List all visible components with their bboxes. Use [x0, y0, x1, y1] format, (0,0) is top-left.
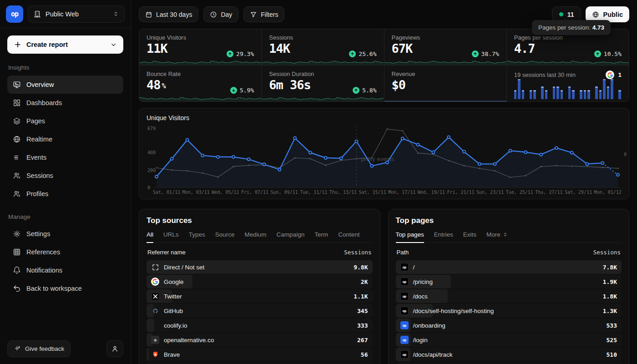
sparkles-icon	[14, 345, 21, 353]
tab-types[interactable]: Types	[189, 231, 205, 243]
table-row[interactable]: op/docs1.8K	[396, 289, 622, 303]
date-range-button[interactable]: Last 30 days	[139, 6, 198, 22]
realtime-bar	[611, 79, 613, 99]
user-menu-button[interactable]	[106, 340, 123, 357]
row-value: 1.9K	[603, 278, 617, 285]
stat-delta: 5.9%	[230, 87, 254, 94]
tab-content[interactable]: Content	[338, 231, 359, 243]
sidebar-item-overview[interactable]: Overview	[7, 76, 123, 94]
users-icon	[13, 190, 21, 198]
table-row[interactable]: Direct / Not set9.8K	[147, 260, 373, 274]
row-value: 267	[357, 337, 368, 344]
tab-label: Exits	[463, 231, 476, 238]
op-favicon: op	[400, 292, 409, 300]
sidebar-item-settings[interactable]: Settings	[7, 225, 123, 243]
stat-label: Pageviews	[392, 34, 499, 41]
live-visitors-count: 11	[567, 11, 574, 18]
table-row[interactable]: op/login525	[396, 333, 622, 347]
date-range-label: Last 30 days	[156, 11, 192, 18]
stat-label: Bounce Rate	[147, 71, 254, 77]
table-row[interactable]: Brave56	[147, 348, 373, 361]
table-row[interactable]: op/docs/self-hosting/self-hosting1.3K	[396, 304, 622, 318]
table-row[interactable]: coolify.io333	[147, 318, 373, 332]
table-row[interactable]: op/pricing1.9K	[396, 275, 622, 288]
table-row[interactable]: GitHub345	[147, 304, 373, 318]
clock-icon	[210, 11, 217, 18]
table-row[interactable]: Twitter1.1K	[147, 289, 373, 303]
x-tick-label: Sat, 01/11	[153, 190, 180, 195]
table-row-clipped	[396, 362, 622, 364]
tab-label: Content	[338, 231, 359, 238]
tab-all[interactable]: All	[147, 231, 153, 243]
tab-campaign[interactable]: Campaign	[277, 231, 305, 243]
sidebar-item-references[interactable]: References	[7, 243, 123, 261]
table-row[interactable]: op/docs/api/track510	[396, 348, 622, 361]
sidebar-item-events[interactable]: Events	[7, 148, 123, 167]
stat-label: Sessions	[269, 34, 376, 41]
arrow-up-icon	[594, 51, 601, 57]
stat-card-unique-visitors[interactable]: Unique Visitors11K29.3%	[139, 29, 261, 65]
top-pages-rows: op/7.8Kop/pricing1.9Kop/docs1.8Kop/docs/…	[396, 260, 622, 364]
give-feedback-button[interactable]: Give feedback	[7, 340, 71, 357]
top-sources-header: Referrer name Sessions	[147, 249, 372, 256]
stat-card-revenue[interactable]: Revenue$0	[384, 66, 506, 101]
workspace-selector[interactable]: Public Web	[28, 5, 125, 23]
realtime-bar	[603, 79, 606, 99]
row-value-bar	[396, 260, 622, 274]
stat-card-session-duration[interactable]: Session Duration6m 36s5.8%	[262, 66, 384, 101]
filters-button[interactable]: Filters	[243, 6, 284, 22]
nav-section-label: Insights	[8, 64, 123, 71]
realtime-sessions-card[interactable]: 19 sessions last 30 min 1	[507, 66, 629, 101]
sidebar-item-realtime[interactable]: Realtime	[7, 130, 123, 148]
tab-urls[interactable]: URLs	[163, 231, 179, 243]
line-chart[interactable]: proxy events	[153, 125, 622, 191]
tab-medium[interactable]: Medium	[245, 231, 267, 243]
tab-source[interactable]: Source	[215, 231, 235, 243]
stat-card-sessions[interactable]: Sessions14K25.6%	[262, 29, 384, 65]
sidebar-item-notifications[interactable]: Notifications	[7, 261, 123, 279]
stat-delta: 29.3%	[227, 51, 254, 57]
stat-card-pageviews[interactable]: Pageviews67K38.7%	[384, 29, 506, 65]
op-blue-icon: op	[400, 336, 409, 344]
tooltip: Pages per session:4.73	[532, 20, 611, 35]
tab-term[interactable]: Term	[314, 231, 328, 243]
realtime-bar	[545, 90, 548, 99]
app-logo-text: op	[11, 10, 18, 18]
tab-more[interactable]: More	[486, 231, 508, 243]
stat-card-bounce-rate[interactable]: Bounce Rate48%5.9%	[139, 66, 261, 101]
tab-exits[interactable]: Exits	[463, 231, 476, 243]
tab-top-pages[interactable]: Top pages	[396, 231, 424, 243]
stats-grid: Unique Visitors11K29.3%Sessions14K25.6%P…	[139, 29, 629, 102]
top-pages-header: Path Sessions	[397, 249, 621, 256]
realtime-bar	[584, 90, 586, 99]
sidebar-item-dashboards[interactable]: Dashboards	[7, 94, 123, 112]
realtime-bar	[580, 90, 582, 99]
table-row[interactable]: Google2K	[147, 275, 373, 288]
sidebar-item-label: Realtime	[26, 136, 52, 143]
interval-label: Day	[221, 11, 232, 18]
realtime-bar	[561, 90, 563, 99]
top-sources-tabs: AllURLsTypesSourceMediumCampaignTermCont…	[147, 231, 373, 243]
tab-entries[interactable]: Entries	[434, 231, 453, 243]
interval-button[interactable]: Day	[203, 6, 238, 22]
sidebar-item-back-to-workspace[interactable]: Back to workspace	[7, 279, 123, 298]
stat-label: Pages per session	[514, 34, 622, 41]
create-report-button[interactable]: Create report	[7, 35, 123, 54]
sidebar-item-profiles[interactable]: Profiles	[7, 185, 123, 203]
row-name: /docs/api/track	[413, 351, 453, 358]
x-tick-label: Sun, 23/11	[476, 190, 504, 195]
sidebar-item-pages[interactable]: Pages	[7, 112, 123, 130]
building-icon	[33, 10, 41, 18]
sidebar-item-sessions[interactable]: Sessions	[7, 167, 123, 185]
table-row[interactable]: op/onboarding533	[396, 318, 622, 332]
stat-delta-value: 10.5%	[604, 51, 622, 57]
sidebar-item-label: Back to workspace	[26, 285, 82, 292]
app-logo[interactable]: op	[6, 5, 23, 23]
back-icon	[13, 284, 21, 293]
stat-delta-value: 5.9%	[240, 87, 254, 94]
row-name: coolify.io	[164, 322, 187, 329]
table-row[interactable]: ✻openalternative.co267	[147, 333, 373, 347]
table-row[interactable]: op/7.8K	[396, 260, 622, 274]
tab-label: All	[147, 231, 153, 238]
settings-icon	[13, 230, 21, 238]
